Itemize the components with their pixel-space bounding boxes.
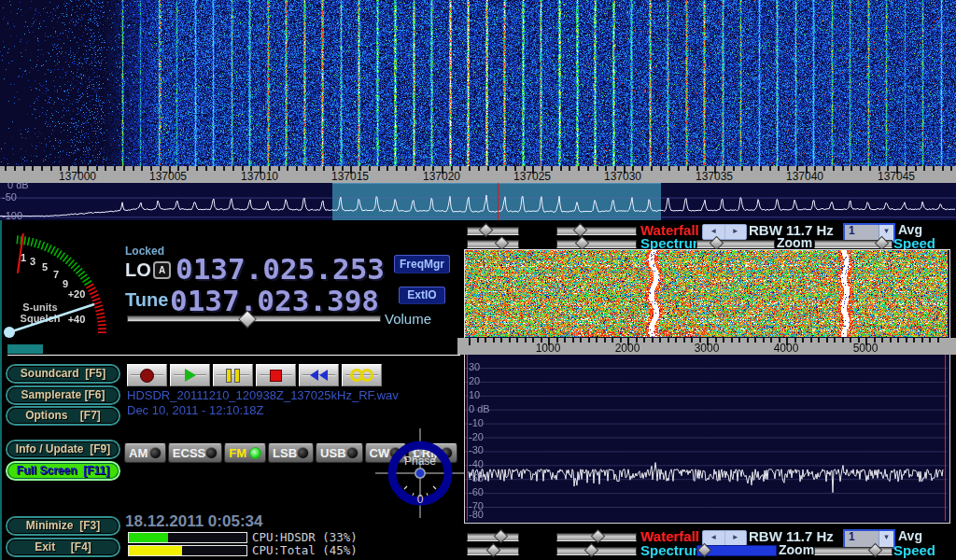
brightness-slider-bottom[interactable] (556, 533, 637, 541)
contrast-slider-bottom[interactable] (467, 533, 519, 541)
mode-button-am[interactable]: AM (124, 443, 166, 463)
stop-button[interactable] (256, 364, 296, 386)
slider-thumb[interactable] (573, 223, 588, 238)
s-meter-tick (45, 244, 49, 251)
squelch-slider-thumb[interactable] (7, 344, 43, 354)
info-update-button[interactable]: Info / Update [F9] (7, 441, 119, 457)
scale-tick (723, 338, 724, 343)
scale-tick (874, 338, 876, 343)
scale-tick (177, 166, 179, 171)
scale-tick (668, 338, 669, 343)
volume-slider[interactable] (127, 315, 381, 322)
contrast-slider2-bottom[interactable] (467, 547, 519, 555)
slider-thumb[interactable] (591, 529, 606, 544)
s-meter-tick (31, 238, 33, 246)
scale-tick (760, 166, 762, 171)
scale-tick (833, 166, 835, 171)
scale-tick (660, 166, 662, 171)
tune-frequency-value[interactable]: 0137.023.398 (170, 284, 379, 317)
speed-slider-bottom[interactable] (814, 547, 893, 555)
slider-thumb[interactable] (697, 543, 712, 558)
scale-tick (794, 338, 796, 343)
cpu-hdsdr-bar-fill (129, 533, 168, 542)
right-arrow-icon[interactable]: ► (725, 531, 747, 545)
recording-timestamp: Dec 10, 2011 - 12:10:18Z (127, 403, 263, 417)
slider-thumb[interactable] (575, 236, 590, 251)
s-meter-tick (28, 237, 30, 245)
left-arrow-icon[interactable]: ◄ (703, 531, 725, 545)
extio-button[interactable]: ExtIO (399, 287, 445, 304)
slider-thumb[interactable] (584, 543, 599, 558)
scale-tick (890, 338, 892, 343)
frequency-scale[interactable]: 137000 137005 137010 137015 137020 13702… (0, 166, 956, 183)
scale-tick (652, 338, 654, 343)
main-waterfall-display[interactable] (0, 0, 956, 166)
tune-label: Tune (125, 289, 168, 311)
dropdown-arrow-icon[interactable]: ▾ (879, 531, 893, 547)
right-arrow-icon[interactable]: ► (725, 225, 747, 239)
lo-frequency-value[interactable]: 0137.025.253 (176, 252, 385, 286)
recording-toolbar (127, 364, 382, 386)
zoom-slider-top[interactable] (696, 240, 775, 248)
avg-dropdown-bottom[interactable]: 1 ▾ (843, 529, 895, 549)
brightness-slider2-bottom[interactable] (556, 547, 637, 555)
slider-thumb[interactable] (495, 236, 510, 251)
slider-thumb[interactable] (486, 543, 501, 558)
scale-tick (620, 338, 622, 343)
audio-frequency-scale[interactable]: 1000 2000 3000 4000 5000 (457, 338, 956, 355)
freqmgr-button[interactable]: FreqMgr (394, 255, 450, 273)
play-button[interactable] (170, 364, 210, 386)
scale-tick (806, 166, 808, 174)
record-button[interactable] (127, 364, 167, 386)
scale-tick (133, 166, 134, 171)
rewind-button[interactable] (299, 364, 339, 386)
audio-waterfall-display[interactable] (465, 250, 948, 337)
squelch-slider[interactable] (7, 343, 460, 356)
slider-thumb[interactable] (479, 223, 494, 238)
audio-spectrum-display[interactable] (465, 355, 948, 521)
speed-slider-top[interactable] (814, 240, 893, 248)
exit-button[interactable]: Exit [F4] (7, 539, 119, 555)
scale-tick (150, 166, 152, 171)
scale-tick (683, 338, 685, 343)
soundcard-button[interactable]: Soundcard [F5] (7, 366, 119, 382)
s-meter-tick (97, 321, 105, 322)
s-meter-tick (63, 255, 67, 261)
slider-thumb[interactable] (494, 529, 509, 544)
contrast-slider-top[interactable] (467, 227, 519, 235)
cpu-total-bar-fill (129, 546, 182, 555)
mode-button-ecss[interactable]: ECSS (168, 443, 222, 463)
shift-arrows-bottom[interactable]: ◄ ► (702, 530, 747, 546)
brightness-slider2-top[interactable] (556, 240, 637, 248)
scale-tick (525, 338, 527, 343)
scale-tick (415, 166, 416, 171)
shift-arrows-top[interactable]: ◄ ► (702, 224, 747, 240)
scale-tick (826, 338, 828, 343)
zoom-slider-bottom[interactable] (696, 545, 777, 556)
phase-dial-knob (416, 469, 425, 478)
mode-button-usb[interactable]: USB (316, 443, 362, 463)
lo-auto-badge[interactable]: A (153, 261, 171, 279)
scale-tick (769, 166, 771, 171)
fullscreen-button[interactable]: Full Screen [F11] (7, 463, 119, 479)
scale-tick (612, 338, 613, 343)
recording-filename[interactable]: HDSDR_20111210_120938Z_137025kHz_RF.wav (127, 388, 399, 402)
brightness-slider-top[interactable] (556, 227, 637, 235)
pause-button[interactable] (213, 364, 253, 386)
main-spectrum-trace (0, 183, 956, 220)
contrast-slider2-top[interactable] (467, 240, 519, 248)
mode-button-lsb[interactable]: LSB (268, 443, 314, 463)
samplerate-button[interactable]: Samplerate [F6] (7, 387, 119, 403)
main-spectrum-display[interactable]: 0 dB -50 -100 (0, 183, 956, 220)
minimize-button[interactable]: Minimize [F3] (7, 518, 119, 534)
scale-tick (869, 166, 871, 171)
loop-button[interactable] (342, 364, 382, 386)
scale-tick (906, 338, 907, 343)
scale-tick (778, 166, 780, 171)
options-button[interactable]: Options [F7] (7, 408, 119, 424)
loop-icon (350, 369, 373, 382)
mode-button-fm[interactable]: FM (224, 443, 266, 463)
phase-dial[interactable]: Phase 0 (373, 425, 467, 518)
scale-tick (731, 338, 733, 343)
scale-tick (242, 166, 244, 171)
